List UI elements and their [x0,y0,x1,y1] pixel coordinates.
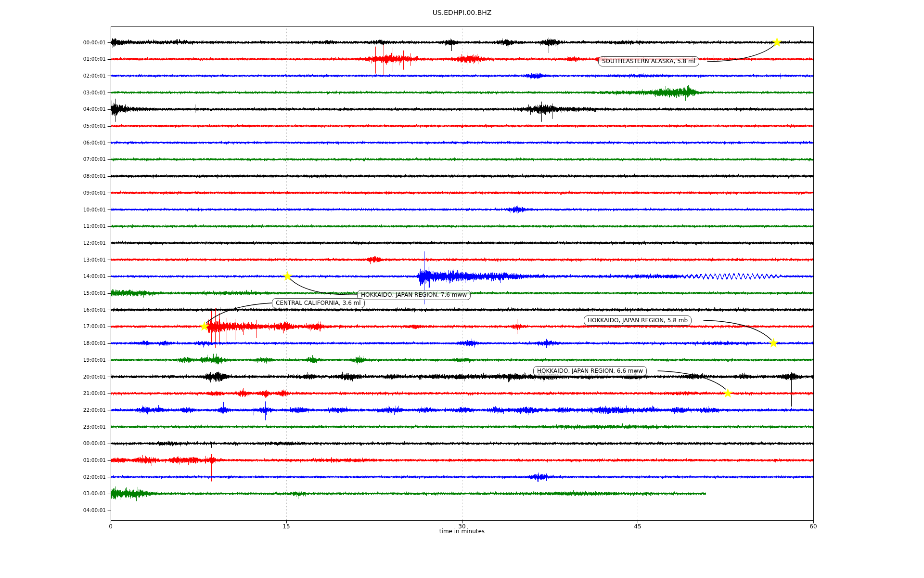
y-axis-label: 23:00:01 [0,424,106,430]
y-axis-label: 03:00:01 [0,90,106,96]
y-axis-label: 04:00:01 [0,507,106,513]
y-axis-label: 10:00:01 [0,207,106,213]
y-axis-label: 21:00:01 [0,390,106,396]
y-axis-label: 01:00:01 [0,56,106,62]
y-axis-label: 16:00:01 [0,307,106,313]
y-axis-label: 14:00:01 [0,273,106,279]
y-axis-label: 20:00:01 [0,374,106,380]
y-axis-label: 15:00:01 [0,290,106,296]
y-axis-label: 04:00:01 [0,106,106,112]
y-axis-label: 00:00:01 [0,440,106,447]
event-annotation-hokkaido-6-6: HOKKAIDO, JAPAN REGION, 6.6 mww [533,366,647,376]
y-axis-label: 02:00:01 [0,73,106,79]
y-axis-label: 08:00:01 [0,173,106,179]
y-axis-label: 02:00:01 [0,474,106,480]
seismogram-canvas [0,0,924,578]
seismogram-figure: US.EDHPI.00.BHZ 00:00:0101:00:0102:00:01… [0,0,924,578]
y-axis-label: 06:00:01 [0,140,106,146]
y-axis-label: 00:00:01 [0,39,106,46]
y-axis-label: 12:00:01 [0,240,106,246]
y-axis-label: 03:00:01 [0,490,106,497]
event-annotation-central-california: CENTRAL CALIFORNIA, 3.6 ml [272,298,365,308]
figure-title: US.EDHPI.00.BHZ [111,9,813,16]
event-annotation-hokkaido-7-6: HOKKAIDO, JAPAN REGION, 7.6 mww [357,290,471,300]
y-axis-label: 01:00:01 [0,457,106,463]
y-axis-label: 09:00:01 [0,190,106,196]
x-axis-title: time in minutes [111,528,813,535]
event-annotation-southeastern-alaska: SOUTHEASTERN ALASKA, 5.8 ml [598,56,699,66]
y-axis-label: 11:00:01 [0,223,106,229]
event-annotation-hokkaido-5-8: HOKKAIDO, JAPAN REGION, 5.8 mb [584,315,692,326]
y-axis-label: 07:00:01 [0,156,106,162]
y-axis-label: 18:00:01 [0,340,106,346]
y-axis-label: 22:00:01 [0,407,106,413]
y-axis-label: 05:00:01 [0,123,106,129]
y-axis-label: 13:00:01 [0,257,106,263]
y-axis-label: 17:00:01 [0,323,106,329]
y-axis-label: 19:00:01 [0,357,106,363]
